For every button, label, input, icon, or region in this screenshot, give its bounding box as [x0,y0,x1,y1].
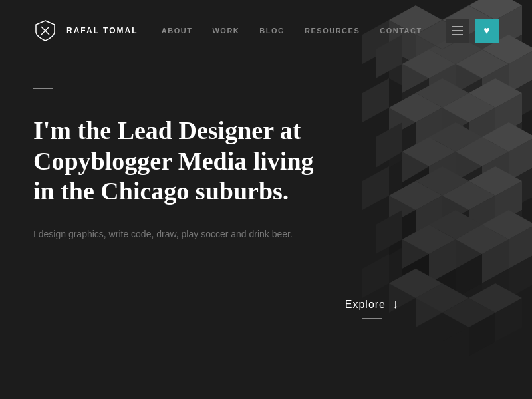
nav-link-resources[interactable]: RESOURCES [305,27,360,35]
explore-text: Explore [345,299,386,311]
heart-button[interactable]: ♥ [475,19,499,43]
hero-subtitle: I design graphics, write code, draw, pla… [33,227,299,241]
explore-label: Explore ↓ [345,297,399,311]
explore-section[interactable]: Explore ↓ [345,297,399,319]
hero-title: I'm the Lead Designer at Copyblogger Med… [33,116,339,207]
explore-arrow-icon: ↓ [392,297,399,311]
nav-link-about[interactable]: ABOUT [162,27,193,35]
nav-link-blog[interactable]: BLOG [259,27,285,35]
hamburger-line-3 [452,34,463,35]
nav-links: ABOUT WORK BLOG RESOURCES CONTACT [162,27,422,35]
nav-link-work[interactable]: WORK [212,27,239,35]
page-wrapper: RAFAL TOMAL ABOUT WORK BLOG RESOURCES CO… [0,0,532,399]
shield-x-icon [33,19,57,43]
hamburger-line-1 [452,26,463,27]
brand: RAFAL TOMAL [33,19,138,43]
nav-actions: ♥ [446,19,499,43]
hamburger-line-2 [452,30,463,31]
explore-dash-divider [362,318,382,319]
brand-name: RAFAL TOMAL [66,26,138,35]
svg-marker-91 [362,254,389,298]
hero-dash-divider [33,88,53,89]
navbar: RAFAL TOMAL ABOUT WORK BLOG RESOURCES CO… [0,0,532,61]
hamburger-button[interactable] [446,19,469,43]
hero-section: I'm the Lead Designer at Copyblogger Med… [0,61,532,241]
nav-link-contact[interactable]: CONTACT [380,27,422,35]
heart-icon: ♥ [483,25,490,37]
